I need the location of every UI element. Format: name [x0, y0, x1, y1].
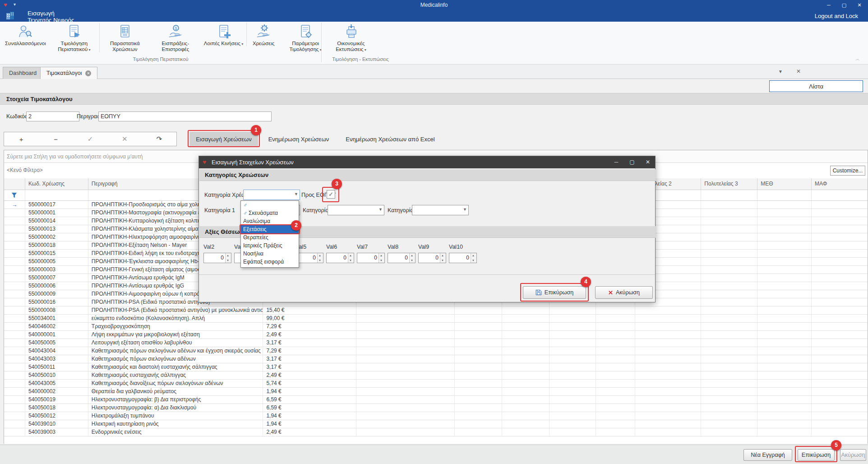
- spin-down-icon[interactable]: ▼: [441, 259, 444, 262]
- spin-down-icon[interactable]: ▼: [411, 259, 413, 262]
- value-spinner[interactable]: 0 ▲▼: [449, 253, 477, 263]
- spin-up-icon[interactable]: ▲: [441, 254, 444, 257]
- confirm-button[interactable]: Επικύρωση: [798, 449, 835, 461]
- spin-up-icon[interactable]: ▲: [411, 254, 413, 257]
- table-row[interactable]: → 540043003 Καθετηριασμός πόρων σιελογόν…: [4, 355, 868, 363]
- spinner-arrows[interactable]: ▲▼: [317, 253, 323, 263]
- dialog-confirm-button[interactable]: Επικύρωση: [523, 286, 586, 299]
- table-row[interactable]: → 540000002 Θεραπεία δια γαλβανικού ρεύμ…: [4, 388, 868, 396]
- dialog-close-button[interactable]: ✕: [641, 156, 655, 168]
- charge-category-combobox[interactable]: ▼: [243, 190, 300, 200]
- spin-down-icon[interactable]: ▼: [472, 259, 475, 262]
- update-charges-excel-tab[interactable]: Ενημέρωση Χρεώσεων από Excel: [339, 132, 441, 146]
- tab-pricelists[interactable]: Τιμοκατάλογοι ✕: [40, 67, 97, 79]
- combo-caret-icon[interactable]: ▼: [294, 192, 298, 196]
- table-row[interactable]: → 540043004 Καθετηριασμός πόρων σιελογόν…: [4, 347, 868, 355]
- commit-record-icon[interactable]: ✓: [81, 135, 99, 143]
- window-close-button[interactable]: ✕: [853, 0, 866, 10]
- category2-combobox[interactable]: ▼: [328, 205, 384, 215]
- spin-up-icon[interactable]: ▲: [226, 254, 229, 257]
- table-row[interactable]: → 540050011 Καθετηριασμός και διαστολή ε…: [4, 363, 868, 371]
- new-record-button[interactable]: Νέα Εγγραφή: [743, 449, 792, 461]
- tab-dashboard[interactable]: Dashboard: [3, 67, 43, 79]
- application-icon[interactable]: [0, 10, 21, 22]
- dropdown-list-item[interactable]: ♂Σκευάσματα: [241, 209, 299, 217]
- column-header-maf[interactable]: ΜΑΦ: [812, 178, 868, 190]
- dropdown-list-item[interactable]: ♂Εξετάσεις: [241, 225, 299, 233]
- table-row[interactable]: → 540046002 Τραχειοβρογχοσκόπηση 7,29 €: [4, 323, 868, 331]
- ribbon-button[interactable]: Χρεώσεις: [247, 23, 280, 46]
- spinner-arrows[interactable]: ▲▼: [379, 253, 384, 263]
- insert-charges-tab[interactable]: Εισαγωγή Χρεώσεων: [189, 132, 258, 146]
- ribbon-collapse-icon[interactable]: ︿: [855, 56, 860, 62]
- ribbon-button[interactable]: Λοιπές Κινήσεις: [201, 23, 247, 46]
- grid-filter-text[interactable]: <Κενό Φίλτρο>: [7, 167, 43, 173]
- spin-down-icon[interactable]: ▼: [319, 259, 321, 262]
- ribbon-button[interactable]: 1 Εισπράξεις-Επιστροφές: [150, 23, 201, 52]
- list-button[interactable]: Λίστα: [769, 80, 863, 92]
- dialog-minimize-button[interactable]: ─: [609, 156, 623, 168]
- dropdown-list-item[interactable]: ♂Νοσήλια: [241, 250, 299, 258]
- dialog-maximize-button[interactable]: ▢: [625, 156, 639, 168]
- spin-down-icon[interactable]: ▼: [380, 259, 383, 262]
- value-spinner[interactable]: 0 ▲▼: [418, 253, 446, 263]
- spinner-arrows[interactable]: ▲▼: [225, 253, 231, 263]
- spinner-arrows[interactable]: ▲▼: [348, 253, 354, 263]
- add-record-icon[interactable]: +: [12, 135, 30, 143]
- cancel-button[interactable]: Ακύρωση: [840, 449, 866, 461]
- tab-list-caret-icon[interactable]: ▼: [778, 69, 783, 74]
- table-row[interactable]: → 540050018 Ηλεκτρονυσταγμογραφία: α) Δι…: [4, 404, 868, 412]
- ribbon-button[interactable]: Παράμετροι Τιμολόγησης: [280, 23, 331, 52]
- spinner-arrows[interactable]: ▲▼: [471, 253, 476, 263]
- dropdown-list-item[interactable]: ♂: [241, 201, 299, 209]
- code-input[interactable]: 2: [26, 111, 79, 121]
- dialog-cancel-button[interactable]: ✕ Ακύρωση: [595, 286, 653, 299]
- column-header-luxury3[interactable]: Πολυτελείας 3: [701, 178, 757, 190]
- tab-strip-close-icon[interactable]: ✕: [796, 68, 801, 74]
- value-spinner[interactable]: 0 ▲▼: [203, 253, 231, 263]
- cancel-record-icon[interactable]: ✕: [115, 135, 134, 143]
- spin-up-icon[interactable]: ▲: [349, 254, 352, 257]
- customize-button[interactable]: Customize...: [830, 166, 865, 176]
- spin-up-icon[interactable]: ▲: [319, 254, 321, 257]
- logout-and-lock[interactable]: Logout and Lock: [815, 10, 868, 22]
- category3-combobox[interactable]: ▼: [412, 205, 469, 215]
- table-row[interactable]: → 540039010 Ηλεκτρική καυτηρίαση ρινός 1…: [4, 420, 868, 428]
- spinner-arrows[interactable]: ▲▼: [440, 253, 446, 263]
- to-eopyy-checkbox[interactable]: ✓: [327, 190, 335, 199]
- spin-down-icon[interactable]: ▼: [226, 259, 229, 262]
- ribbon-button[interactable]: Παραστατικά Χρεώσεων: [100, 23, 150, 52]
- tab-close-icon[interactable]: ✕: [85, 70, 91, 76]
- window-minimize-button[interactable]: ─: [822, 0, 836, 10]
- value-spinner[interactable]: 0 ▲▼: [326, 253, 354, 263]
- value-spinner[interactable]: 0 ▲▼: [357, 253, 385, 263]
- table-row[interactable]: → 550000008 ΠΡΟΛΗΠΤΙΚΗ-PSA (Ειδικό προστ…: [4, 306, 868, 315]
- spin-down-icon[interactable]: ▼: [349, 259, 352, 262]
- ribbon-button[interactable]: Τιμολόγηση Περιστατικού: [49, 23, 100, 52]
- dropdown-list-item[interactable]: ♂Θεραπείες: [241, 233, 299, 241]
- ribbon-button[interactable]: Οικονομικές Εκτυπώσεις: [326, 23, 376, 52]
- table-row[interactable]: → 540050019 Ηλεκτρονυσταγμογραφία: β) Δι…: [4, 396, 868, 404]
- table-row[interactable]: → 540050012 Ηλεκτρομάλαξη τυμπάνου 1,94 …: [4, 412, 868, 420]
- column-header-meth[interactable]: ΜΕΘ: [757, 178, 812, 190]
- table-row[interactable]: → 540050005 Λειτουργική εξέταση οπισθίου…: [4, 339, 868, 347]
- dropdown-list-item[interactable]: ♂Ιατρικές Πράξεις: [241, 241, 299, 250]
- delete-record-icon[interactable]: −: [47, 135, 65, 143]
- update-charges-tab[interactable]: Ενημέρωση Χρεώσεων: [261, 132, 337, 146]
- combo-caret-icon[interactable]: ▼: [463, 207, 467, 212]
- menu-tab[interactable]: Εισαγωγή: [21, 10, 102, 17]
- table-row[interactable]: → 540039003 Ενδορρινικές ενέσεις 2,49 €: [4, 428, 868, 436]
- spin-up-icon[interactable]: ▲: [472, 254, 475, 257]
- refresh-record-icon[interactable]: ↷: [150, 135, 168, 143]
- value-spinner[interactable]: 0 ▲▼: [295, 253, 323, 263]
- spinner-arrows[interactable]: ▲▼: [409, 253, 415, 263]
- window-maximize-button[interactable]: ▢: [837, 0, 851, 10]
- ribbon-button[interactable]: Συναλλασσόμενοι: [2, 23, 49, 46]
- table-row[interactable]: → 540000001 Λήψη εκκριμάτων για μικροβιο…: [4, 331, 868, 339]
- value-spinner[interactable]: 0 ▲▼: [388, 253, 416, 263]
- combo-caret-icon[interactable]: ▼: [379, 207, 383, 212]
- table-row[interactable]: → 540043005 Καθετηριασμός διανοίξεως πόρ…: [4, 380, 868, 388]
- table-row[interactable]: → 550034001 εύκαμπτο ενδοσκόπιο (Κολονοσ…: [4, 315, 868, 323]
- table-row[interactable]: → 540050010 Καθετηριασμός ευσταχιανής σά…: [4, 371, 868, 380]
- spin-up-icon[interactable]: ▲: [380, 254, 383, 257]
